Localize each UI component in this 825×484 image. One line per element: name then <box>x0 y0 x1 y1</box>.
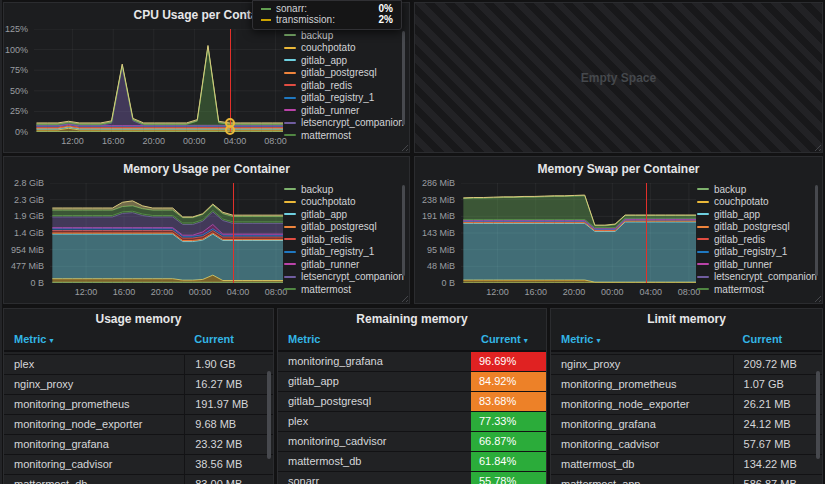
legend-item-gitlab_runner[interactable]: gitlab_runner <box>697 258 818 271</box>
y-tick-label: 100% <box>5 45 28 55</box>
column-header-metric[interactable]: Metric <box>288 330 320 349</box>
cell-metric: monitoring_grafana <box>561 415 656 434</box>
table-title-limit-memory[interactable]: Limit memory <box>551 309 822 330</box>
legend-color-dash <box>284 251 296 253</box>
series-area-gitlab_app <box>52 234 283 280</box>
legend-item-letsencrypt_companion[interactable]: letsencrypt_companion <box>284 271 405 284</box>
cell-metric: gitlab_app <box>288 372 339 391</box>
legend-label: couchpotato <box>301 196 356 207</box>
legend-item-gitlab_redis[interactable]: gitlab_redis <box>284 233 405 246</box>
legend-color-dash <box>284 213 296 215</box>
graph-hover-tooltip: sonarr:0%transmission:2% <box>252 0 402 30</box>
legend-scrollbar-thumb[interactable] <box>815 185 818 276</box>
legend-label: gitlab_redis <box>301 80 352 91</box>
y-tick-label: 1.4 GiB <box>14 228 44 238</box>
legend-item-gitlab_registry_1[interactable]: gitlab_registry_1 <box>284 92 405 105</box>
legend-item-gitlab_runner[interactable]: gitlab_runner <box>284 258 405 271</box>
panel-remaining-memory-table: Remaining memory MetricCurrent▾monitorin… <box>277 308 547 484</box>
table-scrollbar-thumb[interactable] <box>816 371 820 459</box>
cell-current: 77.33% <box>471 412 546 431</box>
legend-label: gitlab_postgresql <box>301 221 377 232</box>
plot-area <box>34 29 283 132</box>
series-area-letsencrypt_companion <box>36 66 283 125</box>
legend-item-gitlab_postgresql[interactable]: gitlab_postgresql <box>284 67 405 80</box>
x-tick-label: 20:00 <box>143 136 166 146</box>
table-title-remaining-memory[interactable]: Remaining memory <box>278 309 546 330</box>
cell-metric: monitoring_node_exporter <box>14 415 142 434</box>
legend-label: couchpotato <box>714 196 769 207</box>
tooltip-row-transmission: transmission:2% <box>261 14 393 25</box>
cell-current: 38.56 MB <box>184 455 273 474</box>
column-header-metric[interactable]: Metric▾ <box>14 330 53 350</box>
table-row-nginx_proxy: nginx_proxy209.72 MB <box>551 355 822 375</box>
legend-item-couchpotato[interactable]: couchpotato <box>697 196 818 209</box>
legend-item-backup[interactable]: backup <box>284 29 405 42</box>
y-tick-label: 125% <box>5 24 28 34</box>
cell-current: 84.92% <box>471 372 546 391</box>
legend-item-mattermost[interactable]: mattermost <box>697 283 818 296</box>
column-header-current[interactable]: Current <box>194 330 234 349</box>
legend-color-dash <box>284 34 296 36</box>
legend-color-dash <box>284 109 296 111</box>
sort-desc-icon: ▾ <box>596 336 600 345</box>
tooltip-series-value: 2% <box>379 14 393 25</box>
legend-item-letsencrypt_companion[interactable]: letsencrypt_companion <box>284 117 405 130</box>
cell-current: 586.87 MB <box>733 475 822 484</box>
table-row-mattermost_db: mattermost_db61.84% <box>278 452 546 472</box>
x-axis-labels: 12:0016:0020:0000:0004:0008:00 <box>50 287 283 299</box>
cell-metric: mattermost_db <box>14 475 87 484</box>
y-axis-labels: 0 B48 MiB95 MiB143 MiB191 MiB238 MiB286 … <box>415 183 461 283</box>
legend-label: couchpotato <box>301 42 356 53</box>
legend-color-dash <box>284 84 296 86</box>
table-row-monitoring_grafana: monitoring_grafana96.69% <box>278 352 546 372</box>
legend-item-mattermost[interactable]: mattermost <box>284 129 405 142</box>
legend-item-gitlab_registry_1[interactable]: gitlab_registry_1 <box>284 246 405 259</box>
legend-scrollbar-thumb[interactable] <box>402 31 405 125</box>
panel-memory-usage: Memory Usage per Container 0 B477 MiB954… <box>3 156 410 304</box>
legend-item-gitlab_runner[interactable]: gitlab_runner <box>284 104 405 117</box>
legend-item-gitlab_app[interactable]: gitlab_app <box>284 54 405 67</box>
legend-item-couchpotato[interactable]: couchpotato <box>284 196 405 209</box>
legend-item-gitlab_app[interactable]: gitlab_app <box>284 208 405 221</box>
legend-item-gitlab_registry_1[interactable]: gitlab_registry_1 <box>697 246 818 259</box>
legend-item-gitlab_postgresql[interactable]: gitlab_postgresql <box>284 221 405 234</box>
column-header-current[interactable]: Current <box>743 330 783 349</box>
legend-color-dash <box>697 276 709 278</box>
chart-canvas <box>34 29 283 132</box>
cell-metric: monitoring_node_exporter <box>561 395 689 414</box>
chart-cursor-line <box>646 183 647 283</box>
cell-metric: plex <box>288 412 308 431</box>
tooltip-row-sonarr: sonarr:0% <box>261 3 393 14</box>
table-row-monitoring_node_exporter: monitoring_node_exporter9.68 MB <box>4 415 273 435</box>
legend-item-backup[interactable]: backup <box>697 183 818 196</box>
legend-item-mattermost[interactable]: mattermost <box>284 283 405 296</box>
table-body: plex1.90 GBnginx_proxy16.27 MBmonitoring… <box>4 352 273 484</box>
y-tick-label: 75% <box>10 65 28 75</box>
legend-item-gitlab_redis[interactable]: gitlab_redis <box>697 233 818 246</box>
grafana-dashboard: CPU Usage per Container 0%25%50%75%100%1… <box>0 0 825 484</box>
panel-title-memory-swap[interactable]: Memory Swap per Container <box>415 162 822 176</box>
chart-canvas <box>50 183 283 283</box>
table-header-row: Metric▾Current <box>4 330 273 352</box>
column-header-metric[interactable]: Metric▾ <box>561 330 600 350</box>
table-scrollbar-thumb[interactable] <box>267 371 271 459</box>
legend-color-dash <box>284 97 296 99</box>
table-title-usage-memory[interactable]: Usage memory <box>4 309 273 330</box>
panel-title-memory-usage[interactable]: Memory Usage per Container <box>4 162 409 176</box>
legend-label: gitlab_runner <box>714 259 772 270</box>
legend-scrollbar-thumb[interactable] <box>402 185 405 276</box>
column-header-metric-label: Metric <box>14 333 46 345</box>
series-area-sonarr <box>36 47 283 125</box>
legend-item-gitlab_app[interactable]: gitlab_app <box>697 208 818 221</box>
legend-item-gitlab_postgresql[interactable]: gitlab_postgresql <box>697 221 818 234</box>
column-header-current[interactable]: Current▾ <box>481 330 528 350</box>
y-tick-label: 1.9 GiB <box>14 211 44 221</box>
legend-item-couchpotato[interactable]: couchpotato <box>284 42 405 55</box>
cell-metric: gitlab_postgresql <box>288 392 371 411</box>
legend-item-letsencrypt_companion[interactable]: letsencrypt_companion <box>697 271 818 284</box>
cell-metric: nginx_proxy <box>561 355 620 374</box>
cell-current: 191.97 MB <box>184 395 273 414</box>
legend-item-gitlab_redis[interactable]: gitlab_redis <box>284 79 405 92</box>
panel-limit-memory-table: Limit memory Metric▾Currentnginx_proxy20… <box>550 308 823 484</box>
legend-item-backup[interactable]: backup <box>284 183 405 196</box>
